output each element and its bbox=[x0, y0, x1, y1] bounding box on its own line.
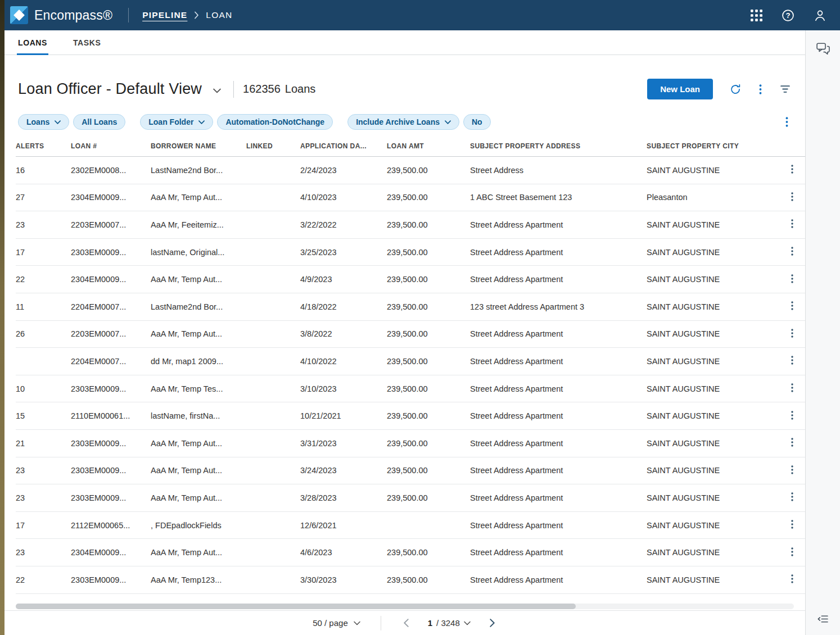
row-actions-kebab[interactable] bbox=[788, 571, 797, 588]
column-header-application-da[interactable]: APPLICATION DA... bbox=[300, 142, 387, 150]
next-page-button[interactable] bbox=[487, 616, 497, 629]
filter-chip-no[interactable]: No bbox=[463, 114, 491, 130]
table-row[interactable]: 262203EM0007...AaA Mr, Temp Aut...3/8/20… bbox=[16, 321, 805, 348]
scrollbar-thumb[interactable] bbox=[16, 604, 576, 609]
feedback-button[interactable] bbox=[812, 42, 834, 57]
row-actions-kebab[interactable] bbox=[788, 189, 797, 206]
tab-bar: LOANS TASKS bbox=[4, 30, 805, 55]
filter-chip-loans[interactable]: Loans bbox=[18, 114, 69, 130]
column-header-subject-property-city[interactable]: SUBJECT PROPERTY CITY bbox=[647, 142, 779, 150]
table-row[interactable]: 172112EM00065..., FDEpadlockFields12/6/2… bbox=[16, 512, 805, 539]
table-row[interactable]: 222303EM0009...AaA Mr, Temp123...3/30/20… bbox=[16, 566, 805, 594]
filter-chip-loan-folder[interactable]: Loan Folder bbox=[140, 114, 213, 130]
table-row[interactable]: 222304EM0009...AaA Mr, Temp Aut...4/9/20… bbox=[16, 266, 805, 293]
column-header-borrower-name[interactable]: BORROWER NAME bbox=[151, 142, 246, 150]
table-row[interactable]: 232304EM0009...AaA Mr, Temp Aut...4/6/20… bbox=[16, 539, 805, 566]
column-header-alerts[interactable]: ALERTS bbox=[16, 142, 71, 150]
user-icon bbox=[814, 9, 827, 22]
cell-alerts: 16 bbox=[16, 166, 71, 175]
page-size-selector[interactable]: 50 / page bbox=[313, 618, 360, 628]
filter-chip-automation-donotchange[interactable]: Automation-DoNotChange bbox=[217, 114, 333, 130]
help-icon: ? bbox=[782, 9, 794, 22]
cell-address: Street Address Apartment bbox=[470, 275, 647, 284]
row-actions-kebab[interactable] bbox=[788, 325, 797, 343]
chip-label: Include Archive Loans bbox=[356, 117, 440, 126]
table-row[interactable]: 152110EM00061...lastName, firstNa...10/2… bbox=[16, 402, 805, 430]
table-row[interactable]: 232203EM0007...AaA Mr, Feeitemiz...3/22/… bbox=[16, 211, 805, 239]
table-row[interactable]: 112204EM0007...LastName2nd Bor...4/18/20… bbox=[16, 293, 805, 321]
cell-address: Street Address Apartment bbox=[470, 439, 647, 448]
row-actions-kebab[interactable] bbox=[788, 544, 797, 561]
chip-label: Loan Folder bbox=[148, 117, 193, 126]
title-row: Loan Officer - Default View 162356 Loans… bbox=[4, 55, 805, 114]
table-row[interactable]: 212303EM0009...AaA Mr, Temp Aut...3/31/2… bbox=[16, 430, 805, 457]
table-row[interactable]: 272304EM0009...AaA Mr, Temp Aut...4/10/2… bbox=[16, 184, 805, 212]
breadcrumb-pipeline[interactable]: PIPELINE bbox=[142, 10, 187, 20]
filter-chip-all-loans[interactable]: All Loans bbox=[73, 114, 125, 130]
filter-button[interactable] bbox=[779, 84, 792, 94]
row-actions-kebab[interactable] bbox=[788, 298, 797, 315]
account-button[interactable] bbox=[812, 8, 828, 23]
page-indicator[interactable]: 1 / 3248 bbox=[428, 618, 471, 628]
table-row[interactable]: 102303EM0009...AaA Mr, Temp Tes...3/10/2… bbox=[16, 375, 805, 403]
tab-loans[interactable]: LOANS bbox=[18, 30, 47, 55]
column-header-linked[interactable]: LINKED bbox=[246, 142, 300, 150]
topbar-divider bbox=[128, 8, 129, 22]
row-actions-kebab[interactable] bbox=[788, 271, 797, 288]
row-actions-kebab[interactable] bbox=[788, 216, 797, 233]
row-actions-kebab[interactable] bbox=[788, 516, 797, 534]
column-header-loan-amt[interactable]: LOAN AMT bbox=[387, 142, 470, 150]
view-selector-dropdown[interactable] bbox=[210, 86, 224, 96]
row-actions-kebab[interactable] bbox=[788, 161, 797, 179]
cell-loan_number: 2304EM0009... bbox=[71, 548, 151, 557]
title-divider bbox=[233, 81, 234, 98]
table-row[interactable]: 172303EM0009...lastName, Original...3/25… bbox=[16, 239, 805, 266]
row-actions-kebab[interactable] bbox=[788, 243, 797, 261]
encompass-logo-icon[interactable] bbox=[10, 6, 28, 24]
row-actions-kebab[interactable] bbox=[788, 462, 797, 479]
table-row[interactable]: 232303EM0009...AaA Mr, Temp Aut...3/24/2… bbox=[16, 457, 805, 485]
cell-alerts: 15 bbox=[16, 411, 71, 420]
cell-loan_amt: 239,500.00 bbox=[387, 357, 470, 366]
cell-application_date: 3/22/2022 bbox=[300, 220, 387, 229]
row-actions-kebab[interactable] bbox=[788, 407, 797, 425]
pagination-bar: 50 / page 1 / 3248 bbox=[4, 610, 805, 635]
prev-page-button[interactable] bbox=[401, 616, 411, 629]
tab-tasks[interactable]: TASKS bbox=[73, 30, 101, 55]
table-row[interactable]: 232303EM0009...AaA Mr, Temp Aut...3/28/2… bbox=[16, 484, 805, 512]
cell-city: SAINT AUGUSTINE bbox=[647, 357, 779, 366]
toolbar-kebab-button[interactable] bbox=[758, 83, 763, 96]
view-title: Loan Officer - Default View bbox=[18, 80, 202, 98]
cell-city: SAINT AUGUSTINE bbox=[647, 548, 779, 557]
filter-bar-kebab-button[interactable] bbox=[784, 116, 789, 128]
column-header-subject-property-address[interactable]: SUBJECT PROPERTY ADDRESS bbox=[470, 142, 647, 150]
cell-loan_amt: 239,500.00 bbox=[387, 220, 470, 229]
cell-borrower: AaA Mr, Temp Aut... bbox=[151, 493, 246, 502]
chevron-down-icon bbox=[354, 621, 360, 625]
cell-address: Street Address Apartment bbox=[470, 548, 647, 557]
loans-table: ALERTSLOAN #BORROWER NAMELINKEDAPPLICATI… bbox=[4, 138, 805, 602]
cell-address: Street Address bbox=[470, 166, 647, 175]
help-button[interactable]: ? bbox=[780, 8, 796, 23]
cell-alerts: 26 bbox=[16, 329, 71, 338]
row-actions-kebab[interactable] bbox=[788, 352, 797, 370]
row-actions-kebab[interactable] bbox=[788, 489, 797, 506]
cell-application_date: 4/18/2022 bbox=[300, 302, 387, 311]
top-bar: Encompass® PIPELINE LOAN ? bbox=[4, 0, 840, 30]
pagination-divider bbox=[381, 616, 381, 631]
horizontal-scrollbar[interactable] bbox=[16, 604, 794, 609]
new-loan-button[interactable]: New Loan bbox=[647, 79, 713, 99]
table-row[interactable]: 162302EM0008...LastName2nd Bor...2/24/20… bbox=[16, 157, 805, 184]
apps-grid-button[interactable] bbox=[749, 8, 764, 22]
collapse-panel-button[interactable] bbox=[814, 614, 832, 626]
filter-chip-include-archive-loans[interactable]: Include Archive Loans bbox=[347, 114, 459, 130]
cell-city: SAINT AUGUSTINE bbox=[647, 466, 779, 475]
chevron-down-icon bbox=[445, 120, 451, 124]
cell-loan_amt: 239,500.00 bbox=[387, 302, 470, 311]
row-actions-kebab[interactable] bbox=[788, 380, 797, 397]
refresh-button[interactable] bbox=[729, 83, 742, 96]
cell-application_date: 4/6/2023 bbox=[300, 548, 387, 557]
column-header-loan[interactable]: LOAN # bbox=[71, 142, 151, 150]
table-row[interactable]: 2204EM0007...dd Mr, map1 2009...4/10/202… bbox=[16, 348, 805, 375]
row-actions-kebab[interactable] bbox=[788, 434, 797, 452]
